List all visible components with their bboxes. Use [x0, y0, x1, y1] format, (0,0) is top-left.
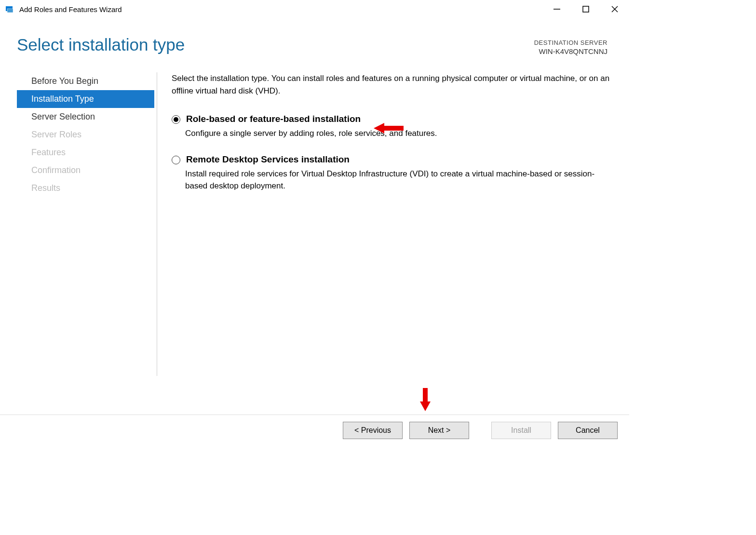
wizard-window: Add Roles and Features Wizard Select ins…: [0, 0, 629, 445]
destination-server: WIN-K4V8QNTCNNJ: [534, 47, 608, 55]
close-button[interactable]: [600, 0, 629, 18]
option-remote-desktop: Remote Desktop Services installation Ins…: [172, 154, 615, 192]
main-content: Before You Begin Installation Type Serve…: [0, 60, 629, 388]
radio-role-based[interactable]: [172, 115, 180, 124]
nav-server-roles: Server Roles: [17, 126, 154, 144]
title-bar: Add Roles and Features Wizard: [0, 0, 629, 18]
option-desc-role-based: Configure a single server by adding role…: [185, 127, 615, 140]
wizard-footer: < Previous Next > Install Cancel: [0, 415, 629, 445]
svg-rect-4: [583, 6, 589, 12]
option-title-role-based[interactable]: Role-based or feature-based installation: [186, 114, 361, 124]
maximize-button[interactable]: [571, 0, 600, 18]
wizard-sidebar: Before You Begin Installation Type Serve…: [17, 60, 154, 388]
nav-confirmation: Confirmation: [17, 161, 154, 179]
destination-label: DESTINATION SERVER: [534, 39, 608, 46]
nav-results: Results: [17, 179, 154, 197]
destination-info: DESTINATION SERVER WIN-K4V8QNTCNNJ: [534, 39, 608, 55]
minimize-button[interactable]: [542, 0, 571, 18]
intro-text: Select the installation type. You can in…: [172, 72, 615, 97]
nav-installation-type[interactable]: Installation Type: [17, 90, 154, 108]
previous-button[interactable]: < Previous: [343, 422, 403, 439]
option-role-based: Role-based or feature-based installation…: [172, 114, 615, 140]
content-area: Select the installation type. You can in…: [157, 60, 629, 388]
window-title: Add Roles and Features Wizard: [19, 5, 122, 13]
server-manager-icon: [5, 4, 14, 14]
header-section: Select installation type DESTINATION SER…: [0, 18, 629, 60]
nav-features: Features: [17, 144, 154, 161]
nav-server-selection[interactable]: Server Selection: [17, 108, 154, 126]
option-title-remote-desktop[interactable]: Remote Desktop Services installation: [186, 154, 350, 165]
window-controls: [542, 0, 629, 18]
svg-rect-1: [7, 9, 13, 13]
svg-marker-8: [420, 388, 431, 411]
annotation-arrow-down-icon: [420, 388, 431, 413]
radio-remote-desktop[interactable]: [172, 156, 180, 164]
cancel-button[interactable]: Cancel: [558, 422, 618, 439]
option-desc-remote-desktop: Install required role services for Virtu…: [185, 168, 615, 192]
page-title: Select installation type: [17, 35, 185, 54]
nav-before-you-begin[interactable]: Before You Begin: [17, 72, 154, 90]
install-button: Install: [491, 422, 551, 439]
next-button[interactable]: Next >: [409, 422, 469, 439]
